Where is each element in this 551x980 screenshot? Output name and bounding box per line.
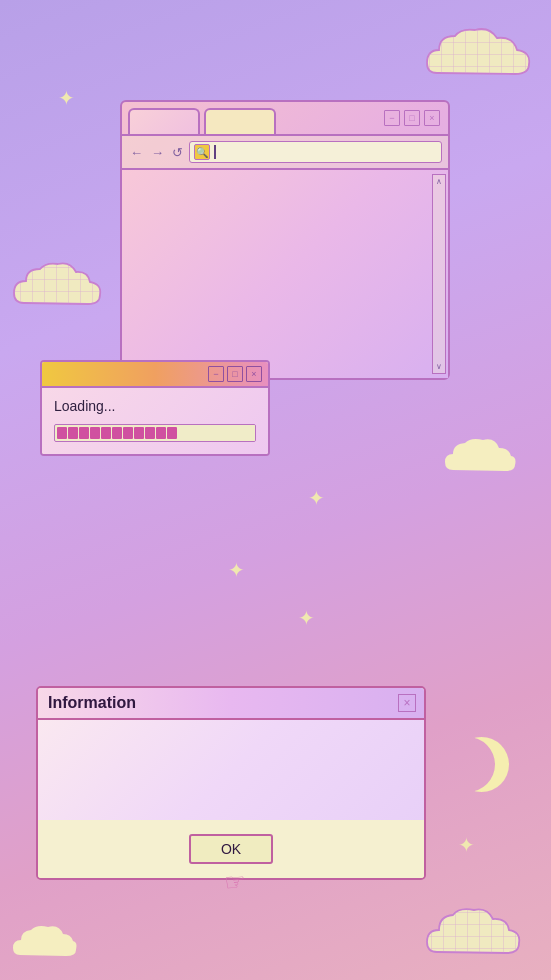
info-close-button[interactable]: × (398, 694, 416, 712)
text-cursor (214, 145, 216, 159)
loading-content: Loading... (42, 388, 268, 454)
info-dialog-body (38, 720, 424, 820)
maximize-button[interactable]: □ (404, 110, 420, 126)
loading-window: − □ × Loading... (40, 360, 270, 456)
browser-controls-bar: ← → ↺ 🔍 (122, 136, 448, 170)
browser-titlebar: − □ × (122, 102, 448, 136)
cloud-grid-top-right-icon (417, 18, 537, 83)
sparkle-icon: ✦ (58, 88, 75, 108)
svg-rect-2 (419, 900, 529, 958)
sparkle-icon: ✦ (308, 488, 325, 508)
loading-minimize-button[interactable]: − (208, 366, 224, 382)
sparkle-icon: ✦ (458, 835, 475, 855)
progress-bar-fill (55, 425, 179, 441)
browser-window-controls: − □ × (384, 110, 440, 126)
scroll-down-icon[interactable]: ∨ (436, 362, 442, 371)
info-titlebar: Information × (38, 688, 424, 720)
loading-text: Loading... (54, 398, 256, 414)
scrollbar[interactable]: ∧ ∨ (432, 174, 446, 374)
info-dialog: Information × OK (36, 686, 426, 880)
progress-bar (54, 424, 256, 442)
scroll-up-icon[interactable]: ∧ (436, 177, 442, 186)
cloud-bottom-left-icon (8, 920, 88, 962)
loading-titlebar: − □ × (42, 362, 268, 388)
cloud-grid-left-middle-icon (8, 255, 108, 311)
info-dialog-title: Information (48, 694, 136, 712)
refresh-button[interactable]: ↺ (170, 145, 185, 160)
close-button[interactable]: × (424, 110, 440, 126)
browser-tab-2[interactable] (204, 108, 276, 134)
ok-button[interactable]: OK (189, 834, 273, 864)
minimize-button[interactable]: − (384, 110, 400, 126)
loading-close-button[interactable]: × (246, 366, 262, 382)
cloud-grid-bottom-right-icon (419, 900, 529, 958)
address-bar[interactable]: 🔍 (189, 141, 442, 163)
moon-icon (454, 737, 509, 792)
info-dialog-footer: OK (38, 820, 424, 878)
back-button[interactable]: ← (128, 145, 145, 160)
browser-window: − □ × ← → ↺ 🔍 ∧ ∨ (120, 100, 450, 380)
search-icon: 🔍 (194, 144, 210, 160)
sparkle-icon: ✦ (228, 560, 245, 580)
sparkle-icon: ✦ (298, 608, 315, 628)
loading-window-controls: − □ × (208, 366, 262, 382)
browser-tab-1[interactable] (128, 108, 200, 134)
browser-content-area: ∧ ∨ (122, 170, 448, 378)
cloud-right-middle-icon (439, 432, 529, 476)
forward-button[interactable]: → (149, 145, 166, 160)
loading-maximize-button[interactable]: □ (227, 366, 243, 382)
